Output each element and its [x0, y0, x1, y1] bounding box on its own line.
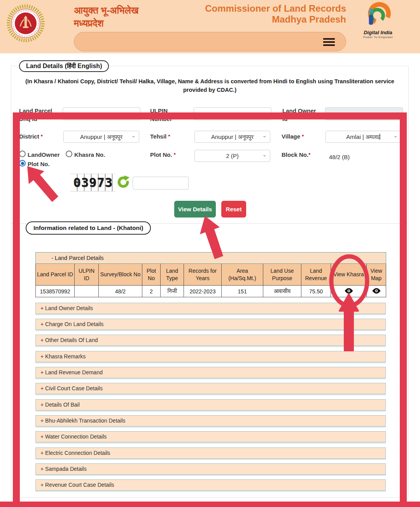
captcha-code: 03973 — [73, 175, 112, 190]
cell-area: 151 — [222, 286, 263, 297]
col-header-land-parcel-id: Land Parcel ID — [36, 264, 75, 286]
khasra-no-radio-label: Khasra No. — [74, 151, 105, 158]
accordion-revenue-court-case[interactable]: + Revenue Court Case Details — [35, 479, 386, 491]
page: आयुक्त भू-अभिलेख मध्यप्रदेश Commissioner… — [0, 0, 420, 507]
required-asterisk: * — [174, 152, 176, 158]
accordion-land-revenue-demand[interactable]: + Land Revenue Demand — [35, 367, 386, 378]
site-title-english: Commissioner of Land Records Madhya Prad… — [205, 3, 346, 25]
reset-button[interactable]: Reset — [221, 201, 246, 218]
navigation-bar — [74, 32, 346, 51]
col-header-ulpin-id: ULPIN ID — [75, 264, 99, 286]
col-header-view-map: View Map — [367, 264, 386, 286]
site-title-english-line2: Madhya Pradesh — [205, 14, 346, 25]
cell-land-revenue: 75.50 — [301, 286, 331, 297]
land-parcel-unq-id-label: Land Parcel Unq Id — [19, 107, 63, 123]
required-asterisk: * — [168, 133, 170, 139]
accordion-electric-connection[interactable]: + Electric Connection Details — [35, 447, 386, 459]
landowner-radio[interactable] — [19, 151, 26, 157]
chevron-down-icon: ⌄ — [393, 132, 398, 139]
table-row: 1538570992 48/2 2 निजी 2022-2023 151 आवा… — [36, 286, 386, 297]
view-map-eye-icon[interactable] — [372, 288, 381, 295]
plot-no-radio[interactable] — [19, 160, 26, 167]
ulpin-number-input[interactable] — [194, 107, 271, 120]
hamburger-menu-icon[interactable] — [323, 38, 335, 46]
accordion-charge-on-land-details[interactable]: + Charge On Land Details — [35, 319, 386, 330]
chevron-down-icon: ⌄ — [131, 132, 136, 139]
annotation-frame-bottom — [0, 502, 420, 507]
district-label: District * — [19, 132, 43, 140]
site-title-english-line1: Commissioner of Land Records — [205, 3, 346, 14]
captcha-refresh-icon[interactable] — [116, 175, 130, 189]
cell-land-parcel-id: 1538570992 — [36, 286, 75, 297]
tehsil-label: Tehsil * — [150, 132, 170, 140]
cell-records-for-years: 2022-2023 — [184, 286, 222, 297]
accordion-land-owner-details[interactable]: + Land Owner Details — [35, 303, 386, 314]
notice-line1: (In Khasra / Khatoni Copy, District/ Teh… — [11, 77, 408, 86]
col-header-land-type: Land Type — [161, 264, 184, 286]
col-header-view-khasra: View Khasra — [331, 264, 367, 286]
view-khasra-eye-icon[interactable] — [344, 288, 354, 295]
site-title-hindi: आयुक्त भू-अभिलेख मध्यप्रदेश — [74, 4, 138, 30]
site-title-hindi-line2: मध्यप्रदेश — [74, 17, 138, 30]
required-asterisk: * — [41, 133, 43, 139]
cell-plot-no: 2 — [142, 286, 161, 297]
accordion-details-of-bail[interactable]: + Details Of Bail — [35, 399, 386, 411]
cell-survey-block-no: 48/2 — [99, 286, 142, 297]
table-caption: - Land Parcel Details — [36, 253, 386, 264]
plot-no-label: Plot No. * — [150, 151, 176, 159]
transliteration-notice: (In Khasra / Khatoni Copy, District/ Teh… — [11, 77, 408, 94]
captcha-image: 03973 — [70, 174, 116, 191]
info-related-to-land-heading: Information related to Land - (Khatoni) — [26, 221, 151, 235]
village-label: Village * — [282, 132, 304, 140]
col-header-survey-block-no: Survey/Block No — [99, 264, 142, 286]
landowner-radio-label: LandOwner — [28, 151, 60, 158]
land-details-card: Land Details (हिंदी English) (In Khasra … — [11, 66, 409, 498]
col-header-plot-no: Plot No — [142, 264, 161, 286]
col-header-land-revenue: Land Revenue — [301, 264, 331, 286]
accordion-water-connection-details[interactable]: + Water Connection Details — [35, 431, 386, 442]
district-select[interactable]: Anuppur | अनूपपुर⌄ — [63, 131, 139, 143]
land-parcel-table: - Land Parcel Details Land Parcel ID ULP… — [35, 252, 386, 297]
view-details-button[interactable]: View Details — [174, 201, 216, 218]
plot-no-radio-label: Plot No. — [28, 161, 50, 167]
col-header-land-use-purpose: Land Use Purpose — [263, 264, 301, 286]
accordion-sampada-details[interactable]: + Sampada Details — [35, 463, 386, 475]
chevron-down-icon: ⌄ — [262, 132, 267, 139]
village-select[interactable]: Amlai | अमलाई⌄ — [326, 131, 401, 143]
accordion-khasra-remarks[interactable]: + Khasra Remarks — [35, 351, 386, 362]
notice-line2: provided by CDAC.) — [11, 86, 408, 94]
cell-land-use-purpose: आवासीय — [263, 286, 301, 297]
header: आयुक्त भू-अभिलेख मध्यप्रदेश Commissioner… — [0, 0, 420, 53]
col-header-records-for-years: Records for Years — [184, 264, 222, 286]
land-owner-id-label: Land Owner Id — [282, 107, 321, 123]
tab-land-details[interactable]: Land Details (हिंदी English) — [19, 60, 109, 72]
land-owner-id-input — [325, 107, 403, 120]
digital-india-name: Digital India — [358, 30, 398, 35]
accordion-civil-court-case-details[interactable]: + Civil Court Case Details — [35, 383, 386, 394]
required-asterisk: * — [302, 133, 304, 139]
land-parcel-unq-id-input[interactable] — [63, 107, 140, 120]
accordion-other-details-of-land[interactable]: + Other Details Of Land — [35, 335, 386, 346]
digital-india-logo: Digital India Power To Empower — [358, 2, 398, 39]
cell-land-type: निजी — [161, 286, 184, 297]
plot-no-select[interactable]: 2 (P)⌄ — [194, 150, 270, 162]
mp-government-emblem-icon — [6, 3, 45, 44]
ulpin-number-label: ULPIN Number — [150, 107, 181, 123]
block-no-value: 48/2 (B) — [329, 154, 350, 160]
khasra-no-radio[interactable] — [66, 151, 72, 157]
captcha-input[interactable] — [133, 177, 189, 189]
col-header-area: Area (Ha/Sq.Mt.) — [222, 264, 263, 286]
cell-ulpin-id — [75, 286, 99, 297]
tehsil-select[interactable]: Anuppur | अनूपपुर⌄ — [194, 131, 270, 143]
required-asterisk: * — [308, 152, 310, 158]
digital-india-icon — [364, 2, 392, 30]
digital-india-tagline: Power To Empower — [358, 35, 398, 39]
site-title-hindi-line1: आयुक्त भू-अभिलेख — [74, 4, 138, 17]
accordion-bhu-abhilekh-transaction[interactable]: + Bhu-Abhilekh Transaction Details — [35, 415, 386, 426]
chevron-down-icon: ⌄ — [262, 151, 267, 158]
block-no-label: Block No.* — [282, 151, 310, 159]
